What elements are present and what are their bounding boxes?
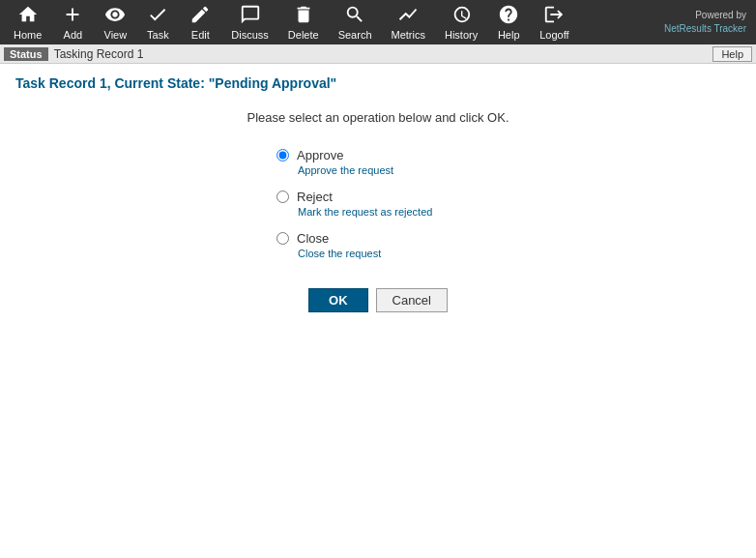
approve-description: Approve the request [298,164,393,176]
cancel-button[interactable]: Cancel [376,288,448,312]
navbar: Home Add View Task Edit Discuss Delete [0,0,756,44]
view-icon [104,4,126,28]
main-content: Task Record 1, Current State: "Pending A… [0,64,756,324]
edit-icon [189,4,211,28]
nav-add[interactable]: Add [51,0,94,44]
nav-view-label: View [104,29,128,41]
nav-logoff-label: Logoff [539,29,568,41]
radio-approve[interactable] [276,149,289,162]
nav-search-label: Search [338,29,372,41]
nav-delete-label: Delete [288,29,319,41]
option-approve-group: Approve Approve the request [276,148,393,176]
nav-history-label: History [445,29,478,41]
radio-close[interactable] [276,232,289,245]
reject-label[interactable]: Reject [297,190,333,204]
ok-button[interactable]: OK [308,288,368,312]
metrics-icon [397,4,419,28]
nav-logoff[interactable]: Logoff [530,0,578,44]
options-container: Approve Approve the request Reject Mark … [276,148,741,259]
nav-task-label: Task [147,29,169,41]
logoff-icon [543,4,565,28]
close-description: Close the request [298,248,381,259]
nav-discuss-label: Discuss [231,29,269,41]
help-icon [498,4,519,28]
nav-help-label: Help [498,29,520,41]
nav-metrics-label: Metrics [392,29,425,41]
help-button[interactable]: Help [712,46,752,62]
nav-home[interactable]: Home [4,0,51,44]
close-label[interactable]: Close [297,231,329,246]
tasking-record-text: Tasking Record 1 [54,47,144,61]
statusbar: Status Tasking Record 1 Help [0,44,756,64]
nav-help[interactable]: Help [487,0,530,44]
nav-add-label: Add [64,29,83,41]
reject-description: Mark the request as rejected [298,206,432,218]
home-icon [17,4,39,28]
nav-search[interactable]: Search [329,0,382,44]
task-icon [147,4,168,28]
nav-home-label: Home [14,29,42,41]
page-title: Task Record 1, Current State: "Pending A… [15,75,741,91]
nav-metrics[interactable]: Metrics [382,0,435,44]
option-reject-group: Reject Mark the request as rejected [276,190,432,218]
powered-by: Powered by NetResults Tracker [664,9,752,36]
option-close-group: Close Close the request [276,231,381,259]
option-reject-row: Reject [276,190,432,204]
search-icon [344,4,365,28]
discuss-icon [240,4,261,28]
delete-icon [293,4,314,28]
status-badge: Status [4,47,48,61]
nav-task[interactable]: Task [136,0,179,44]
nav-view[interactable]: View [94,0,136,44]
nav-discuss[interactable]: Discuss [221,0,278,44]
option-close-row: Close [276,231,381,246]
buttons-row: OK Cancel [15,288,741,312]
add-icon [62,4,83,28]
radio-reject[interactable] [276,191,289,203]
nav-edit[interactable]: Edit [179,0,221,44]
approve-label[interactable]: Approve [297,148,343,162]
nav-delete[interactable]: Delete [278,0,329,44]
history-icon [451,4,472,28]
nav-edit-label: Edit [191,29,210,41]
instruction-text: Please select an operation below and cli… [15,110,741,125]
option-approve-row: Approve [276,148,393,162]
nav-history[interactable]: History [435,0,487,44]
